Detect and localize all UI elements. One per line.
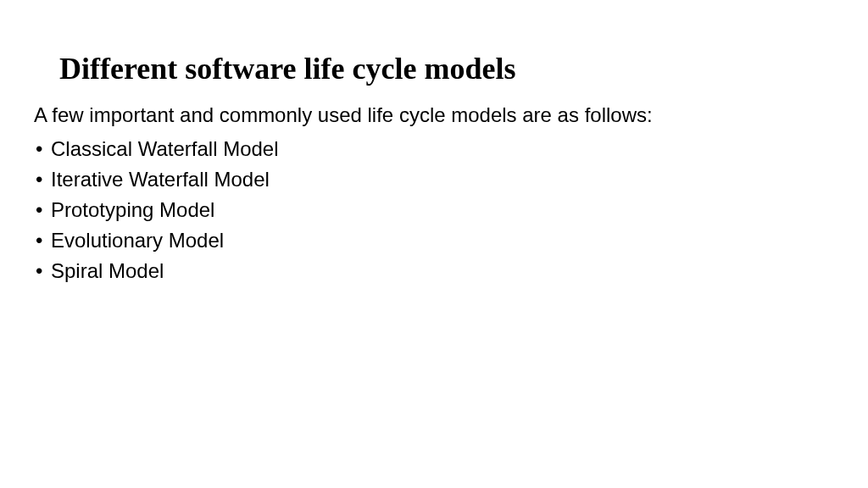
list-item: Iterative Waterfall Model <box>34 164 834 195</box>
list-item: Evolutionary Model <box>34 225 834 256</box>
model-list: Classical Waterfall Model Iterative Wate… <box>34 134 834 286</box>
list-item: Classical Waterfall Model <box>34 134 834 164</box>
list-item: Spiral Model <box>34 256 834 286</box>
intro-text: A few important and commonly used life c… <box>34 103 834 127</box>
list-item: Prototyping Model <box>34 195 834 225</box>
slide-title: Different software life cycle models <box>59 51 834 86</box>
